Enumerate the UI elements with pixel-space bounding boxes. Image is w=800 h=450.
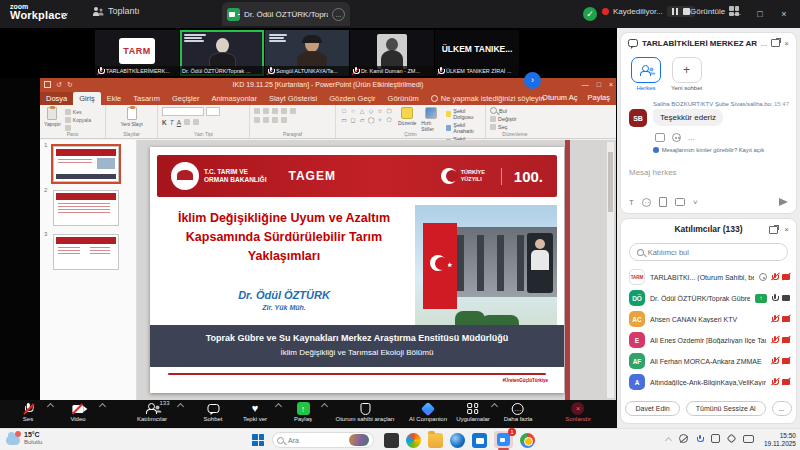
message-more-icon[interactable]: ...	[688, 133, 695, 142]
current-slide[interactable]: T.C. TARIM VE ORMAN BAKANLIĞI TAGEM TÜRK…	[150, 147, 564, 393]
maximize-button[interactable]: □	[748, 0, 772, 28]
chat-close-icon[interactable]: ×	[784, 39, 789, 48]
meeting-menu[interactable]: Toplantı	[93, 6, 140, 16]
tab-giris[interactable]: Giriş	[73, 92, 100, 105]
participant-search-input[interactable]	[648, 248, 780, 257]
pause-recording-icon[interactable]	[672, 8, 678, 15]
ai-companion-button[interactable]: AI Companion	[409, 402, 447, 422]
columns-icon[interactable]	[272, 117, 278, 123]
tray-expand-icon[interactable]	[665, 436, 672, 443]
emoji-react-icon[interactable]	[672, 133, 681, 142]
italic-button[interactable]: T	[170, 119, 174, 126]
share-screen-button[interactable]: ↑ Paylaş	[294, 402, 312, 422]
video-tile-kamil[interactable]: Dr. Kamil Duman - ZM...	[350, 30, 434, 76]
chat-privacy-note[interactable]: Mesajlarınızı kimler görebilir? Kayıt aç…	[621, 147, 796, 153]
audio-options-chevron[interactable]	[47, 403, 54, 410]
send-message-icon[interactable]	[779, 198, 788, 206]
paste-button[interactable]: Yapıştır	[44, 107, 61, 131]
shapes-gallery[interactable]: □○△◇☆⬡ ▭◻▱◯✧⬠	[340, 107, 393, 124]
participant-row[interactable]: TARM TARLABİTKİ... (Oturum Sahibi, ben)	[629, 268, 790, 286]
stop-recording-icon[interactable]	[683, 8, 690, 15]
weather-widget[interactable]: 15°C Bulutlu	[6, 431, 42, 446]
participants-popout-icon[interactable]	[769, 226, 778, 234]
privacy-slash-icon[interactable]	[679, 434, 688, 443]
video-tile-ulkem[interactable]: ÜLKEM TANIKE... ÜLKEM TANIKER ZİRAİ ...	[435, 30, 519, 76]
reply-icon[interactable]	[655, 133, 665, 142]
invite-button[interactable]: Davet Edin	[625, 401, 679, 416]
video-button[interactable]: Video	[70, 402, 85, 422]
participant-row[interactable]: AC Ahsen CANAN Kayseri KTV	[629, 310, 790, 328]
participants-options-chevron[interactable]	[177, 403, 184, 410]
new-chat-button[interactable]: + Yeni sohbet	[671, 57, 702, 91]
tab-gorunum[interactable]: Görünüm	[382, 92, 425, 105]
mute-button[interactable]: Ses	[23, 402, 33, 422]
text-direction-icon[interactable]	[281, 117, 287, 123]
taskbar-clock[interactable]: 15:50 19.11.2025	[764, 432, 796, 448]
tab-more-icon[interactable]: ...	[332, 8, 345, 21]
apps-button[interactable]: Uygulamalar	[456, 402, 490, 422]
ppt-vertical-scrollbar[interactable]	[607, 142, 614, 398]
task-view-icon[interactable]	[384, 433, 399, 448]
chat-popout-icon[interactable]	[771, 39, 780, 47]
chat-menu-icon[interactable]: ...	[761, 39, 768, 48]
ppt-minimize-button[interactable]: —	[582, 78, 589, 91]
edge-browser-icon[interactable]	[450, 433, 465, 448]
participants-button[interactable]: 133 Katılımcılar	[137, 402, 167, 422]
mute-all-button[interactable]: Tümünü Sessize Al	[686, 401, 766, 416]
ppt-close-button[interactable]: ×	[609, 78, 613, 91]
ppt-share-button[interactable]: Paylaş	[587, 93, 610, 102]
tell-me-box[interactable]: Ne yapmak istediğinizi söyleyin	[425, 92, 551, 105]
chat-button[interactable]: Sohbet	[203, 402, 222, 422]
tab-gecisler[interactable]: Geçişler	[166, 92, 206, 105]
slide-thumbnail-1[interactable]	[53, 146, 119, 182]
font-color-icon[interactable]	[184, 119, 190, 125]
more-tools-caret-icon[interactable]: ˅	[693, 198, 698, 207]
more-button[interactable]: ... Daha fazla	[504, 402, 533, 422]
microsoft-store-icon[interactable]	[472, 433, 487, 448]
slide-thumbnail-2[interactable]	[53, 190, 119, 226]
zoom-workplace-logo[interactable]: zoom Workplace	[10, 3, 67, 21]
video-tile-speaker[interactable]: Dr. Ödül ÖZTÜRK/Toprak ...	[180, 30, 264, 76]
end-meeting-button[interactable]: × Sonlandır	[565, 402, 591, 422]
cut-button[interactable]: Kes	[65, 109, 91, 115]
tray-mic-icon[interactable]	[696, 434, 703, 443]
active-meeting-tab[interactable]: Dr. Ödül ÖZTÜRK/Toprak Gübre v ...	[222, 2, 350, 26]
participant-row[interactable]: DÖ Dr. Ödül ÖZTÜRK/Toprak Gübre v... ↑	[629, 289, 790, 307]
video-tile-tarm[interactable]: TARM TARLABİTKİLERİMERK...	[95, 30, 179, 76]
minimize-button[interactable]: —	[724, 0, 748, 28]
arrange-button[interactable]: Düzenle	[398, 107, 416, 126]
quick-styles-button[interactable]: Hızlı Stiller	[421, 107, 441, 132]
font-size-box[interactable]	[206, 107, 220, 116]
participant-row[interactable]: E Ali Enes Ozdemir [Boğazlıyan İlçe Tan.…	[629, 331, 790, 349]
shape-fill-button[interactable]: Şekil Dolgusu	[446, 108, 481, 120]
select-button[interactable]: Seç	[490, 124, 540, 130]
participant-row[interactable]: AF Ali Ferhan MORCA-Ankara ZMMAE	[629, 352, 790, 370]
file-explorer-icon[interactable]	[428, 433, 443, 448]
participant-row[interactable]: A Altındağİlçe-Ank-BilginKaya,VeliKayım.…	[629, 373, 790, 391]
tab-slayt-gosterisi[interactable]: Slayt Gösterisi	[263, 92, 323, 105]
close-button[interactable]: ×	[772, 0, 796, 28]
tab-dosya[interactable]: Dosya	[40, 92, 73, 105]
underline-button[interactable]: A	[177, 119, 181, 126]
tab-ekle[interactable]: Ekle	[101, 92, 128, 105]
reactions-button[interactable]: ♥ Tepki ver	[243, 402, 267, 422]
zoom-app-taskbar-icon[interactable]: 1	[494, 431, 513, 448]
video-tile-songul[interactable]: Songül ALTUNKAYA/Ta...	[265, 30, 349, 76]
copy-button[interactable]: Kopyala	[65, 117, 91, 123]
inbox-icon[interactable]	[743, 435, 754, 443]
font-name-box[interactable]	[162, 107, 204, 116]
align-left-icon[interactable]	[281, 108, 287, 114]
next-page-arrow-button[interactable]: ›	[524, 72, 541, 89]
message-sender[interactable]: Saliha BOZKURT/KTV Şube Sivas/saliha.boz…	[653, 101, 790, 107]
tab-animasyonlar[interactable]: Animasyonlar	[205, 92, 262, 105]
bullets-icon[interactable]	[254, 108, 260, 114]
host-tools-button[interactable]: Oturum sahibi araçları	[335, 402, 394, 422]
security-shield-icon[interactable]: ✓	[583, 7, 597, 21]
participants-close-icon[interactable]: ×	[784, 225, 789, 234]
start-button[interactable]	[252, 434, 264, 446]
align-center-icon[interactable]	[290, 108, 296, 114]
attach-file-icon[interactable]	[659, 197, 667, 207]
participants-more-button[interactable]: ...	[772, 401, 792, 416]
justify-icon[interactable]	[263, 117, 269, 123]
chrome-icon[interactable]	[520, 433, 535, 448]
